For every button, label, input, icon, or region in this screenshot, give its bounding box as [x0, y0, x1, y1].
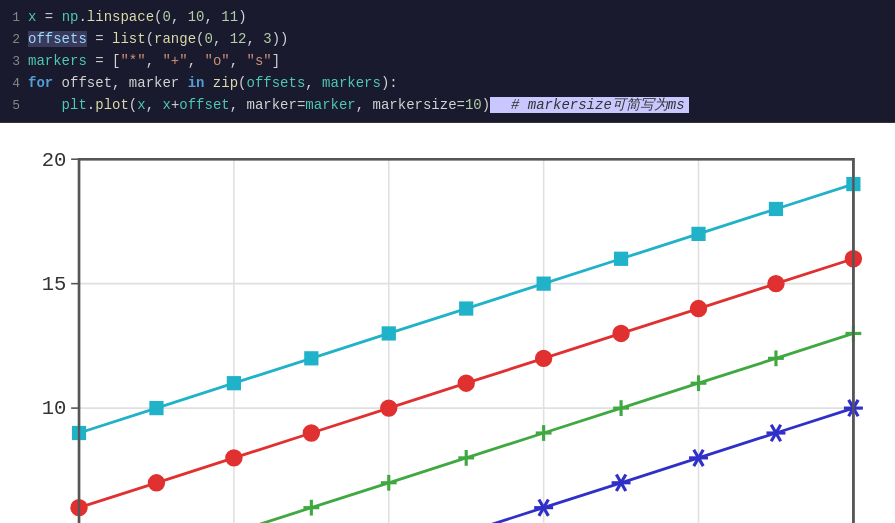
- svg-point-46: [226, 450, 242, 466]
- token: ):: [381, 75, 398, 91]
- svg-rect-42: [770, 203, 783, 216]
- token: np: [62, 9, 79, 25]
- svg-point-50: [536, 350, 552, 366]
- svg-point-48: [381, 400, 397, 416]
- svg-text:20: 20: [42, 149, 67, 172]
- token: offsets: [28, 31, 87, 47]
- token: ): [482, 97, 490, 113]
- line-number: 1: [0, 7, 28, 29]
- token: ,: [146, 97, 163, 113]
- token: ,: [230, 53, 247, 69]
- line-content: x = np.linspace(0, 10, 11): [28, 6, 247, 28]
- svg-rect-34: [150, 402, 163, 415]
- line-chart: 024681005101520: [0, 133, 885, 523]
- token: for: [28, 75, 53, 91]
- token: )): [272, 31, 289, 47]
- svg-point-49: [458, 375, 474, 391]
- token: zip: [213, 75, 238, 91]
- token: plot: [95, 97, 129, 113]
- token: [204, 75, 212, 91]
- token: linspace: [87, 9, 154, 25]
- token: markers: [322, 75, 381, 91]
- svg-rect-35: [228, 377, 241, 390]
- svg-point-51: [613, 326, 629, 342]
- token: offsets: [246, 75, 305, 91]
- token: (: [129, 97, 137, 113]
- token: offset, marker: [53, 75, 187, 91]
- svg-rect-37: [382, 327, 395, 340]
- token: in: [188, 75, 205, 91]
- svg-point-47: [303, 425, 319, 441]
- line-number: 3: [0, 51, 28, 73]
- token: .: [78, 9, 86, 25]
- token: (: [146, 31, 154, 47]
- code-line: 5 plt.plot(x, x+offset, marker=marker, m…: [0, 94, 895, 116]
- token: # markersize可简写为ms: [490, 97, 688, 113]
- token: "+": [162, 53, 187, 69]
- token: list: [112, 31, 146, 47]
- token: ,: [146, 53, 163, 69]
- token: ,: [305, 75, 322, 91]
- svg-rect-36: [305, 352, 318, 365]
- token: marker: [305, 97, 355, 113]
- token: 11: [221, 9, 238, 25]
- svg-rect-41: [692, 228, 705, 241]
- token: offset: [179, 97, 229, 113]
- token: , markersize=: [356, 97, 465, 113]
- line-content: plt.plot(x, x+offset, marker=marker, mar…: [28, 94, 689, 116]
- token: =: [36, 9, 61, 25]
- token: ]: [272, 53, 280, 69]
- svg-point-53: [768, 276, 784, 292]
- chart-area: 024681005101520: [0, 123, 895, 523]
- code-line: 1x = np.linspace(0, 10, 11): [0, 6, 895, 28]
- line-content: for offset, marker in zip(offsets, marke…: [28, 72, 398, 94]
- svg-point-52: [691, 301, 707, 317]
- token: "s": [247, 53, 272, 69]
- token: x: [137, 97, 145, 113]
- token: ,: [205, 9, 222, 25]
- code-line: 2offsets = list(range(0, 12, 3)): [0, 28, 895, 50]
- chart-svg-container: 024681005101520: [0, 133, 885, 523]
- svg-text:15: 15: [42, 273, 67, 296]
- svg-point-45: [149, 475, 165, 491]
- code-line: 3markers = ["*", "+", "o", "s"]: [0, 50, 895, 72]
- line-number: 4: [0, 73, 28, 95]
- token: ): [238, 9, 246, 25]
- svg-rect-39: [537, 277, 550, 290]
- token: "o": [205, 53, 230, 69]
- code-line: 4for offset, marker in zip(offsets, mark…: [0, 72, 895, 94]
- line-number: 2: [0, 29, 28, 51]
- token: x: [162, 97, 170, 113]
- token: range: [154, 31, 196, 47]
- token: 3: [263, 31, 271, 47]
- token: ,: [188, 53, 205, 69]
- code-editor: 1x = np.linspace(0, 10, 11)2offsets = li…: [0, 0, 895, 123]
- token: , marker=: [230, 97, 306, 113]
- svg-rect-40: [615, 252, 628, 265]
- token: ,: [247, 31, 264, 47]
- token: 12: [230, 31, 247, 47]
- token: ,: [213, 31, 230, 47]
- token: plt: [62, 97, 87, 113]
- line-content: offsets = list(range(0, 12, 3)): [28, 28, 289, 50]
- token: 10: [188, 9, 205, 25]
- token: markers: [28, 53, 87, 69]
- token: .: [87, 97, 95, 113]
- line-content: markers = ["*", "+", "o", "s"]: [28, 50, 280, 72]
- token: 0: [204, 31, 212, 47]
- token: [28, 97, 62, 113]
- line-number: 5: [0, 95, 28, 117]
- token: "*": [120, 53, 145, 69]
- token: 10: [465, 97, 482, 113]
- token: =: [87, 31, 112, 47]
- token: ,: [171, 9, 188, 25]
- svg-rect-38: [460, 302, 473, 315]
- svg-rect-0: [79, 159, 853, 523]
- token: 0: [162, 9, 170, 25]
- token: =: [87, 53, 112, 69]
- svg-text:10: 10: [42, 397, 67, 420]
